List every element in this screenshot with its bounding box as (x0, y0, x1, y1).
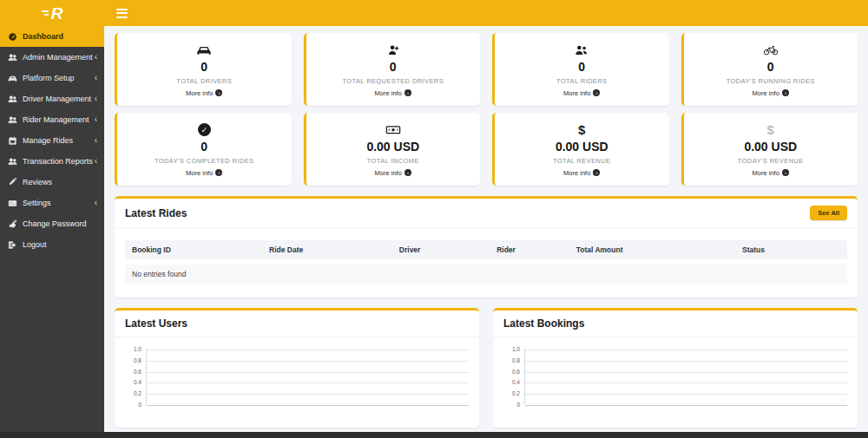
chevron-left-icon: ‹ (95, 199, 97, 207)
sidebar-item-reviews[interactable]: Reviews (0, 172, 104, 193)
charts-row: Latest Users 1.0 0.8 0.6 0.4 0.2 0 (115, 297, 858, 428)
empty-state-text: No entries found (125, 265, 847, 284)
list-card-icon (7, 198, 18, 209)
y-tick-label: 0.6 (123, 369, 141, 375)
latest-bookings-chart: 1.0 0.8 0.6 0.4 0.2 0 (493, 337, 858, 428)
chevron-left-icon: ‹ (95, 53, 97, 62)
stat-label: TODAY'S RUNNING RIDES (727, 77, 815, 85)
stat-cards-row-2: ✓ 0 TODAY'S COMPLETED RIDES More info › … (115, 113, 858, 186)
sidebar-item-rider-management[interactable]: Rider Management ‹ (0, 109, 104, 130)
more-info-link[interactable]: More info › (563, 169, 600, 177)
check-circle-icon: ✓ (198, 122, 211, 138)
more-info-link[interactable]: More info › (563, 89, 600, 97)
stat-card-total-drivers: 0 TOTAL DRIVERS More info › (115, 33, 292, 106)
y-tick-label: 0 (502, 402, 520, 408)
y-tick-label: 0.4 (502, 380, 520, 386)
stat-card-total-income: 0.00 USD TOTAL INCOME More info › (304, 113, 481, 186)
more-info-link[interactable]: More info › (186, 89, 222, 97)
chevron-left-icon: ‹ (95, 136, 97, 145)
more-info-label: More info (563, 169, 590, 177)
banknote-icon (385, 122, 401, 138)
users-icon (574, 42, 589, 58)
latest-rides-body: Booking ID Ride Date Driver Rider Total … (115, 228, 858, 297)
car-icon (196, 42, 212, 58)
sidebar: Dashboard Admin Management ‹ Platform Se… (0, 26, 104, 438)
column-header-driver: Driver (392, 240, 490, 259)
sidebar-item-settings[interactable]: Settings ‹ (0, 193, 104, 213)
more-info-label: More info (753, 89, 779, 97)
plot-area (524, 350, 847, 405)
sidebar-item-label: Logout (23, 240, 47, 249)
hamburger-icon[interactable] (116, 9, 128, 18)
more-info-label: More info (563, 89, 590, 97)
stat-card-todays-revenue: $ 0.00 USD TODAY'S REVENUE More info › (681, 113, 858, 186)
chevron-left-icon: ‹ (95, 115, 97, 124)
sidebar-item-label: Platform Setup (23, 74, 75, 82)
stat-card-total-requested-drivers: 0 TOTAL REQUESTED DRIVERS More info › (304, 33, 481, 106)
sidebar-item-admin-management[interactable]: Admin Management ‹ (0, 47, 104, 68)
more-info-link[interactable]: More info › (186, 169, 222, 177)
users-icon (7, 156, 18, 167)
stat-label: TOTAL INCOME (367, 157, 419, 165)
y-tick-label: 1.0 (502, 346, 520, 352)
sidebar-item-label: Change Password (23, 219, 87, 228)
stat-value: 0 (390, 60, 397, 74)
logout-icon (7, 239, 18, 251)
logo-speed-lines-icon (42, 10, 49, 16)
sidebar-item-label: Driver Management (23, 95, 91, 103)
app-logo[interactable]: R (0, 5, 104, 22)
users-icon (7, 52, 18, 63)
sidebar-item-change-password[interactable]: Change Password (0, 213, 104, 234)
sidebar-item-label: Settings (23, 199, 51, 207)
latest-users-chart: 1.0 0.8 0.6 0.4 0.2 0 (115, 337, 479, 428)
stat-value: 0 (578, 60, 585, 74)
stat-label: TOTAL RIDERS (556, 77, 607, 85)
more-info-link[interactable]: More info › (753, 169, 789, 177)
stat-label: TOTAL REQUESTED DRIVERS (342, 77, 444, 85)
stat-card-total-riders: 0 TOTAL RIDERS More info › (492, 33, 669, 106)
stat-value: 0 (201, 60, 207, 74)
sidebar-item-label: Transaction Reports (23, 157, 93, 166)
car-icon (7, 73, 18, 84)
y-tick-label: 0.2 (123, 390, 141, 396)
sidebar-item-transaction-reports[interactable]: Transaction Reports ‹ (0, 151, 104, 172)
more-info-link[interactable]: More info › (753, 89, 789, 97)
more-info-label: More info (375, 89, 402, 97)
main-content: 0 TOTAL DRIVERS More info › 0 TOTAL REQU… (104, 26, 868, 432)
stat-value: 0.00 USD (744, 140, 797, 154)
latest-users-panel: Latest Users 1.0 0.8 0.6 0.4 0.2 0 (115, 308, 479, 428)
chevron-left-icon: ‹ (95, 157, 97, 166)
latest-bookings-panel: Latest Bookings 1.0 0.8 0.6 0.4 0.2 0 (493, 308, 858, 428)
bottom-strip (0, 432, 868, 438)
circle-arrow-icon: › (593, 169, 600, 176)
column-header-status: Status (735, 240, 847, 259)
see-all-button[interactable]: See All (810, 206, 847, 220)
latest-rides-header: Latest Rides See All (115, 199, 858, 228)
dollar-icon: $ (578, 122, 585, 138)
more-info-label: More info (186, 89, 213, 97)
more-info-link[interactable]: More info › (375, 169, 411, 177)
stat-label: TODAY'S REVENUE (738, 157, 804, 165)
users-icon (7, 94, 18, 105)
y-tick-label: 0.4 (123, 380, 141, 386)
panel-title: Latest Rides (125, 207, 187, 219)
users-icon (7, 114, 18, 126)
sidebar-item-driver-management[interactable]: Driver Management ‹ (0, 88, 104, 109)
column-header-booking-id: Booking ID (125, 240, 262, 259)
bicycle-icon (763, 42, 779, 58)
sidebar-item-dashboard[interactable]: Dashboard (0, 26, 104, 47)
circle-arrow-icon: › (404, 89, 411, 96)
stat-card-todays-running-rides: 0 TODAY'S RUNNING RIDES More info › (681, 33, 858, 106)
y-tick-label: 0.8 (502, 357, 520, 363)
sidebar-item-label: Reviews (23, 178, 52, 186)
latest-rides-panel: Latest Rides See All Booking ID Ride Dat… (115, 196, 858, 297)
chevron-left-icon: ‹ (95, 74, 97, 82)
sidebar-item-manage-rides[interactable]: Manage Rides ‹ (0, 130, 104, 151)
sidebar-item-logout[interactable]: Logout (0, 234, 104, 255)
sidebar-item-label: Admin Management (23, 53, 93, 62)
plot-area (146, 350, 469, 405)
sidebar-item-platform-setup[interactable]: Platform Setup ‹ (0, 68, 104, 88)
calendar-icon (7, 135, 18, 147)
y-tick-label: 0.8 (123, 357, 141, 363)
more-info-link[interactable]: More info › (375, 89, 411, 97)
